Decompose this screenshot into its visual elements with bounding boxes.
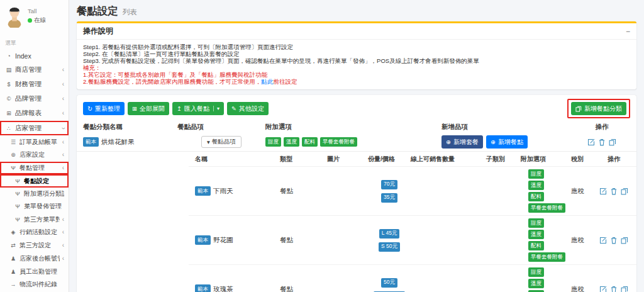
meal-table-card: ↻ 重新整理 ⊞ 全部展開 ↥ 匯入餐點 ▾ ✎ 其他設定 bbox=[77, 95, 636, 292]
sidebar-item-finance-management[interactable]: $ 財務管理 ‹ bbox=[0, 77, 69, 91]
table-icon: ⊞ bbox=[5, 110, 13, 116]
sidebar-item-menu-publish-management[interactable]: Ψ 菜單發佈管理 bbox=[0, 200, 69, 213]
go-to-settings-link[interactable]: 點此 bbox=[261, 78, 273, 85]
meal-type: 餐點 bbox=[280, 236, 327, 245]
instructions-card: 操作說明 − Step1. 若餐點有提供額外選項或配料選擇，可到〔附加選項管理〕… bbox=[77, 21, 636, 89]
caret-down-icon: ▾ bbox=[207, 138, 210, 145]
sidebar-item-addon-category-settings[interactable]: Ψ 附加選項分類設定 bbox=[0, 188, 69, 200]
list-icon: ☰ bbox=[9, 139, 17, 145]
option-badge: 甜度 bbox=[528, 218, 544, 228]
delete-icon[interactable] bbox=[610, 237, 618, 244]
cogs-icon: ⊛ bbox=[9, 152, 17, 158]
online-dot-icon bbox=[28, 18, 32, 23]
instruction-step-1: Step1. 若餐點有提供額外選項或配料選擇，可到〔附加選項管理〕頁面進行設定 bbox=[83, 43, 630, 50]
edit-icon: ✎ bbox=[231, 106, 236, 112]
plus-circle-icon: ⊕ bbox=[446, 139, 451, 145]
sidebar-item-backend-account-management[interactable]: ♟ 店家後台帳號管理 ‹ bbox=[0, 252, 69, 266]
page-subtitle: 列表 bbox=[123, 8, 137, 17]
chevron-left-icon: ‹ bbox=[62, 152, 64, 158]
note-2: 2.餐點服務費設定，請先開啟店家內用服務費功能，才可正常使用，點此前往設定 bbox=[83, 78, 630, 85]
sidebar-item-thirdparty-settings[interactable]: ⇄ 第三方設定 ‹ bbox=[0, 239, 69, 252]
sidebar-item-brand-report[interactable]: ⊞ 品牌報表 ‹ bbox=[0, 106, 69, 121]
sidebar-item-store-settings[interactable]: ⊛ 店家設定 ‹ bbox=[0, 149, 69, 162]
chevron-left-icon: ‹ bbox=[62, 216, 64, 223]
category-name: 烘焙花鮮果 bbox=[101, 138, 135, 147]
option-badge: 配料 bbox=[528, 192, 544, 201]
truck-icon: → bbox=[9, 281, 17, 288]
sidebar-item-meal-management[interactable]: Ψ 餐點管理 ‹ bbox=[0, 162, 69, 175]
meal-name: 野花圃 bbox=[213, 236, 233, 245]
meal-items-dropdown[interactable]: ▾ 餐點品項 bbox=[201, 136, 242, 148]
option-badge: 溫度 bbox=[528, 230, 544, 239]
add-meal-category-button[interactable]: 新增餐點分類 bbox=[571, 102, 626, 115]
copyright-icon: © bbox=[5, 96, 13, 102]
edit-icon[interactable] bbox=[587, 138, 595, 146]
sidebar-item-store-management[interactable]: ∴ 店家管理 ‹ bbox=[0, 121, 69, 135]
copy-icon[interactable] bbox=[609, 138, 616, 146]
copy-icon[interactable] bbox=[621, 237, 628, 244]
chevron-left-icon: ‹ bbox=[62, 229, 64, 235]
utensils-icon: Ψ bbox=[14, 191, 21, 197]
import-meal-button[interactable]: ↥ 匯入餐點 ▾ bbox=[172, 102, 224, 115]
utensils-icon: Ψ bbox=[14, 203, 21, 210]
sidebar-item-marketing-settings[interactable]: ◈ 行銷活動設定 ‹ bbox=[0, 226, 69, 239]
option-badge: 甜度 bbox=[528, 169, 544, 179]
sidebar-item-meal-settings[interactable]: Ψ 餐點設定 bbox=[0, 174, 69, 187]
option-badge: 溫度 bbox=[528, 181, 544, 190]
edit-icon[interactable] bbox=[599, 286, 607, 292]
sidebar-item-logistics-records[interactable]: → 物流叫件紀錄 bbox=[0, 278, 69, 291]
meal-name: 下雨天 bbox=[213, 187, 233, 196]
edit-icon[interactable] bbox=[599, 188, 607, 195]
template-badge: 範本 bbox=[195, 284, 211, 292]
add-combo-button[interactable]: ⊕ 新增套餐 bbox=[441, 135, 483, 149]
note-1: 1.其它設定：可整批或各別啟用「套餐」及「餐點」服務費與稅計功能 bbox=[83, 71, 630, 78]
refresh-button[interactable]: ↻ 重新整理 bbox=[83, 102, 125, 115]
col-type: 類型 bbox=[280, 155, 327, 164]
sidebar-item-thirdparty-menu-mapping[interactable]: Ψ 第三方菜單對應設定 ‹ bbox=[0, 213, 69, 226]
user-name: Tall bbox=[28, 8, 46, 14]
add-meal-button[interactable]: ⊕ 新增餐點 bbox=[486, 135, 528, 149]
chevron-down-icon: ‹ bbox=[60, 127, 66, 129]
sidebar-menu: ◔ Index ▤ 商店管理 ‹ $ 財務管理 ‹ © 品牌管理 ‹ ⊞ 品牌報… bbox=[0, 49, 69, 292]
collapse-card-button[interactable]: − bbox=[626, 27, 630, 36]
chevron-left-icon: ‹ bbox=[62, 242, 64, 249]
toolbar: ↻ 重新整理 ⊞ 全部展開 ↥ 匯入餐點 ▾ ✎ 其他設定 bbox=[77, 95, 636, 121]
copy-icon[interactable] bbox=[621, 286, 628, 292]
expand-icon: ⊞ bbox=[132, 106, 137, 112]
sidebar-item-brand-management[interactable]: © 品牌管理 ‹ bbox=[0, 92, 69, 106]
option-badge: 早餐套餐附餐 bbox=[320, 137, 357, 147]
meal-type: 餐點 bbox=[280, 285, 327, 292]
users-icon: ♟ bbox=[9, 269, 17, 275]
meal-type: 餐點 bbox=[280, 187, 327, 196]
page-header: 餐點設定 列表 bbox=[69, 0, 644, 21]
edit-icon[interactable] bbox=[599, 237, 607, 244]
avatar bbox=[5, 6, 24, 28]
sidebar-item-staff-attendance[interactable]: ♟ 員工出勤管理 bbox=[0, 265, 69, 278]
chevron-left-icon: ‹ bbox=[62, 67, 64, 73]
plus-circle-icon: ⊕ bbox=[491, 139, 496, 145]
expand-all-button[interactable]: ⊞ 全部展開 bbox=[128, 102, 169, 115]
copy-icon bbox=[575, 106, 582, 112]
sidebar-item-index[interactable]: ◔ Index bbox=[0, 49, 69, 62]
option-badge: 甜度 bbox=[265, 137, 281, 147]
caret-down-icon[interactable]: ▾ bbox=[213, 106, 219, 111]
option-badge: 溫度 bbox=[284, 137, 299, 147]
sitemap-icon: ∴ bbox=[5, 125, 13, 132]
menu-section-label: 選單 bbox=[0, 30, 69, 49]
instruction-step-3: Step3. 完成所有餐點設定後，記得到〔菜單發佈管理〕頁面，確認餐點在菜單中的… bbox=[83, 57, 630, 64]
delete-icon[interactable] bbox=[610, 188, 618, 195]
other-settings-button[interactable]: ✎ 其他設定 bbox=[227, 102, 269, 115]
price-badge: 35元 bbox=[381, 193, 397, 203]
tax-type: 應稅 bbox=[571, 285, 596, 292]
delete-icon[interactable] bbox=[610, 286, 618, 292]
col-addon-options: 附加選項 bbox=[521, 155, 571, 164]
sidebar-item-orders-checkout[interactable]: ☰ 訂單及結帳單 ‹ bbox=[0, 135, 69, 149]
instruction-step-2: Step2. 在〔餐點清單〕這一頁可進行單點餐點及套餐的設定 bbox=[83, 50, 630, 57]
main-content: 餐點設定 列表 操作說明 − Step1. 若餐點有提供額外選項或配料選擇，可到… bbox=[69, 0, 644, 292]
sidebar-item-shop-management[interactable]: ▤ 商店管理 ‹ bbox=[0, 62, 69, 77]
template-badge: 範本 bbox=[83, 137, 99, 147]
copy-icon[interactable] bbox=[621, 188, 628, 195]
page-title: 餐點設定 bbox=[77, 4, 118, 18]
table-row: 範本 野花圃 餐點 L 45元 S 50元 甜度 溫度 配料 早餐套餐附餐 應稅 bbox=[189, 215, 636, 264]
delete-icon[interactable] bbox=[598, 138, 606, 146]
